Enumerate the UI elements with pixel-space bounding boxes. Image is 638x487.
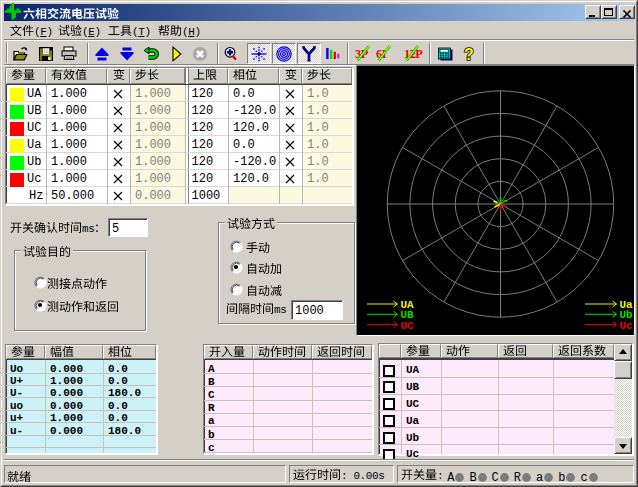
svg-text:UC: UC: [401, 320, 415, 332]
svg-text:?: ?: [464, 46, 474, 62]
svg-text:Uc: Uc: [620, 320, 633, 332]
